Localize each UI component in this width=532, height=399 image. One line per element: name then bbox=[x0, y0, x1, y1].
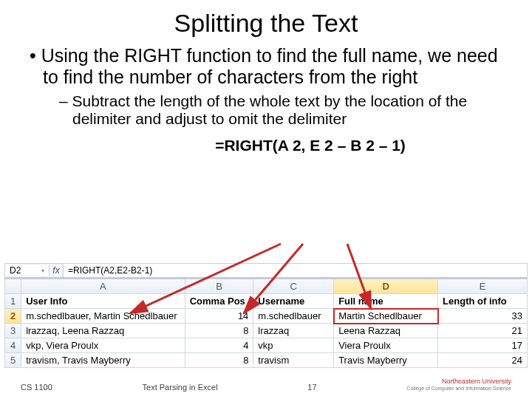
row-header[interactable]: 3 bbox=[5, 324, 21, 338]
cell[interactable]: lrazzaq bbox=[253, 324, 334, 338]
formula-bar-row: D2 ▾ fx =RIGHT(A2,E2-B2-1) bbox=[4, 263, 528, 278]
cell[interactable]: lrazzaq, Leena Razzaq bbox=[21, 324, 185, 338]
col-header-C[interactable]: C bbox=[253, 279, 334, 294]
header-cell[interactable]: Comma Pos bbox=[185, 294, 253, 309]
cell[interactable]: Martin Schedlbauer bbox=[334, 309, 438, 324]
cell[interactable]: 14 bbox=[185, 309, 253, 324]
footer-course: CS 1100 bbox=[21, 383, 52, 392]
cell[interactable]: 21 bbox=[438, 324, 528, 338]
chevron-down-icon: ▾ bbox=[41, 267, 44, 274]
spreadsheet: ABCDE 1User InfoComma PosUsernameFull na… bbox=[4, 279, 528, 368]
corner-cell[interactable] bbox=[5, 279, 21, 294]
cell[interactable]: vkp bbox=[253, 338, 334, 353]
cell[interactable]: 24 bbox=[438, 353, 528, 368]
fx-icon[interactable]: fx bbox=[50, 265, 63, 276]
cell[interactable]: m.schedlbauer, Martin Schedlbauer bbox=[21, 309, 185, 324]
cell[interactable]: vkp, Viera Proulx bbox=[21, 338, 185, 353]
formula-bar[interactable]: =RIGHT(A2,E2-B2-1) bbox=[63, 264, 527, 277]
bullet-level2: Subtract the length of the whole text by… bbox=[59, 92, 508, 128]
footer-logo: Northeastern University College of Compu… bbox=[406, 378, 511, 392]
header-cell[interactable]: User Info bbox=[21, 294, 185, 309]
cell[interactable]: 8 bbox=[185, 324, 253, 338]
page-title: Splitting the Text bbox=[24, 9, 508, 38]
row-header[interactable]: 1 bbox=[5, 294, 21, 309]
row-header[interactable]: 5 bbox=[5, 353, 21, 368]
cell[interactable]: 8 bbox=[185, 353, 253, 368]
cell[interactable]: 17 bbox=[438, 338, 528, 353]
cell[interactable]: Leena Razzaq bbox=[334, 324, 438, 338]
footer: CS 1100 Text Parsing in Excel 17 Northea… bbox=[0, 378, 532, 392]
row-header[interactable]: 2 bbox=[5, 309, 21, 324]
cell[interactable]: m.schedlbauer bbox=[253, 309, 334, 324]
col-header-D[interactable]: D bbox=[334, 279, 438, 294]
name-box-value: D2 bbox=[10, 265, 21, 276]
cell[interactable]: travism bbox=[253, 353, 334, 368]
header-cell[interactable]: Length of info bbox=[438, 294, 528, 309]
cell[interactable]: Travis Mayberry bbox=[334, 353, 438, 368]
excel-screenshot: D2 ▾ fx =RIGHT(A2,E2-B2-1) ABCDE 1User I… bbox=[4, 263, 528, 368]
row-header[interactable]: 4 bbox=[5, 338, 21, 353]
cell[interactable]: 4 bbox=[185, 338, 253, 353]
name-box[interactable]: D2 ▾ bbox=[5, 265, 50, 276]
header-cell[interactable]: Username bbox=[253, 294, 334, 309]
footer-page: 17 bbox=[307, 383, 316, 392]
bullet-level1: Using the RIGHT function to find the ful… bbox=[30, 45, 508, 88]
cell[interactable]: travism, Travis Mayberry bbox=[21, 353, 185, 368]
header-cell[interactable]: Full name bbox=[334, 294, 438, 309]
cell[interactable]: 33 bbox=[438, 309, 528, 324]
col-header-E[interactable]: E bbox=[438, 279, 528, 294]
cell[interactable]: Viera Proulx bbox=[334, 338, 438, 353]
formula-display: =RIGHT(A 2, E 2 – B 2 – 1) bbox=[112, 137, 508, 154]
col-header-A[interactable]: A bbox=[21, 279, 185, 294]
footer-title: Text Parsing in Excel bbox=[143, 383, 218, 392]
col-header-B[interactable]: B bbox=[185, 279, 253, 294]
